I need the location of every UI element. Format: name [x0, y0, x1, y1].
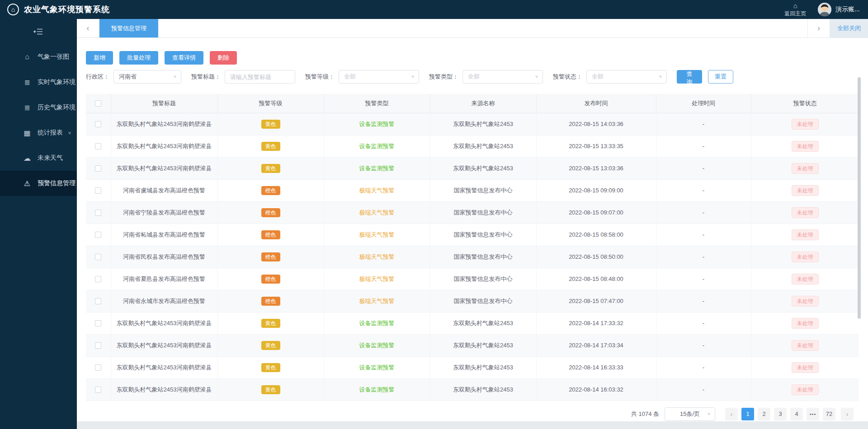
- row-checkbox[interactable]: [95, 121, 101, 127]
- page-number-button[interactable]: 1: [741, 408, 754, 420]
- sidebar-fold-button[interactable]: [0, 19, 77, 44]
- warning-type-cell: 极端天气预警: [324, 268, 430, 290]
- table-row: 东双鹅头村气象站2453河南鹤壁浚县 黄色 设备监测预警 东双鹅头村气象站245…: [86, 312, 859, 334]
- type-value: 全部: [468, 73, 480, 81]
- level-badge: 黄色: [261, 363, 280, 372]
- warning-level-cell: 橙色: [217, 268, 324, 290]
- page-number-button[interactable]: 3: [774, 408, 787, 420]
- warning-status-cell: 未处理: [751, 179, 859, 201]
- handle-time-cell: -: [656, 378, 751, 401]
- type-text: 设备监测预警: [359, 364, 395, 371]
- sidebar-item[interactable]: 实时气象环境: [0, 70, 77, 95]
- tab-scroll-left-button[interactable]: ‹: [77, 19, 99, 37]
- sidebar-item[interactable]: 未来天气: [0, 145, 77, 171]
- tab-label: 预警信息管理: [111, 24, 146, 33]
- delete-button[interactable]: 删除: [210, 51, 237, 65]
- publish-time-cell: 2022-08-14 17:33:32: [536, 312, 656, 334]
- level-badge: 黄色: [261, 319, 280, 328]
- row-checkbox-cell: [86, 224, 111, 246]
- table-row: 河南省夏邑县发布高温橙色预警 橙色 极端天气预警 国家预警信息发布中心 2022…: [86, 268, 859, 290]
- sidebar-item[interactable]: 预警信息管理: [0, 171, 77, 196]
- title-filter-input[interactable]: [225, 70, 295, 84]
- row-checkbox[interactable]: [95, 364, 101, 371]
- select-all-checkbox[interactable]: [95, 100, 101, 107]
- row-checkbox[interactable]: [95, 298, 101, 304]
- row-checkbox[interactable]: [95, 143, 101, 149]
- level-badge: 橙色: [261, 275, 280, 284]
- handle-time-cell: -: [656, 113, 751, 135]
- warning-status-cell: 未处理: [751, 246, 859, 268]
- prev-page-button[interactable]: ‹: [725, 408, 738, 420]
- tab-strip-spacer: [158, 19, 807, 37]
- reset-button[interactable]: 重置: [708, 70, 733, 84]
- page-number-button[interactable]: 2: [758, 408, 770, 420]
- report-icon: [23, 129, 32, 137]
- row-checkbox[interactable]: [95, 254, 101, 260]
- page-size-select[interactable]: 15条/页: [665, 407, 715, 421]
- title-filter-label: 预警标题：: [191, 73, 221, 81]
- row-checkbox[interactable]: [95, 342, 101, 349]
- row-checkbox[interactable]: [95, 232, 101, 238]
- source-name-cell: 国家预警信息发布中心: [430, 201, 536, 224]
- type-text: 极端天气预警: [359, 298, 395, 304]
- publish-time-cell: 2022-08-15 07:47:00: [536, 290, 656, 312]
- next-page-button[interactable]: ›: [841, 408, 854, 420]
- type-text: 设备监测预警: [359, 143, 395, 149]
- avatar[interactable]: [818, 3, 831, 16]
- menu-fold-icon: [33, 28, 43, 35]
- page-number-button[interactable]: 72: [823, 408, 835, 420]
- alarm-icon: [23, 179, 32, 188]
- publish-time-cell: 2022-08-14 16:03:32: [536, 378, 656, 401]
- region-select[interactable]: 河南省: [113, 70, 181, 84]
- back-home-button[interactable]: ⌂ 返回主页: [784, 2, 806, 17]
- warning-type-cell: 极端天气预警: [324, 290, 430, 312]
- page-number-button[interactable]: •••: [807, 408, 819, 420]
- publish-time-cell: 2022-08-14 16:33:33: [536, 356, 656, 378]
- sidebar-item[interactable]: 历史气象环境: [0, 95, 77, 120]
- status-select[interactable]: 全部: [586, 70, 667, 84]
- account-name[interactable]: 演示账...: [835, 5, 860, 14]
- row-checkbox[interactable]: [95, 320, 101, 326]
- type-select[interactable]: 全部: [462, 70, 543, 84]
- warning-type-cell: 设备监测预警: [324, 312, 430, 334]
- batch-process-button[interactable]: 批量处理: [119, 51, 158, 65]
- warning-type-cell: 设备监测预警: [324, 378, 430, 401]
- close-all-tabs-link[interactable]: 全部关闭: [830, 19, 868, 37]
- column-header: 发布时间: [536, 94, 656, 113]
- warning-level-cell: 橙色: [217, 224, 324, 246]
- table-scrollbar-thumb[interactable]: [858, 77, 861, 319]
- row-checkbox-cell: [86, 268, 111, 290]
- warning-status-cell: 未处理: [751, 157, 859, 179]
- type-text: 极端天气预警: [359, 209, 395, 216]
- source-name-cell: 国家预警信息发布中心: [430, 290, 536, 312]
- row-checkbox-cell: [86, 135, 111, 157]
- view-detail-button[interactable]: 查看详情: [165, 51, 203, 65]
- source-name-cell: 东双鹅头村气象站2453: [430, 378, 536, 401]
- sidebar-item[interactable]: 统计报表 ∨: [0, 120, 77, 145]
- row-checkbox[interactable]: [95, 210, 101, 216]
- toolbar: 新增 批量处理 查看详情 删除: [86, 51, 859, 65]
- warning-title-cell: 东双鹅头村气象站2453河南鹤壁浚县: [111, 312, 217, 334]
- warning-level-cell: 橙色: [217, 290, 324, 312]
- level-select[interactable]: 全部: [339, 70, 419, 84]
- handle-time-cell: -: [656, 334, 751, 356]
- row-checkbox[interactable]: [95, 165, 101, 172]
- sidebar-item-label: 实时气象环境: [38, 78, 75, 86]
- source-name-cell: 东双鹅头村气象站2453: [430, 157, 536, 179]
- row-checkbox[interactable]: [95, 276, 101, 282]
- add-button[interactable]: 新增: [86, 51, 113, 65]
- row-checkbox[interactable]: [95, 187, 101, 194]
- level-badge: 橙色: [261, 252, 280, 261]
- tab-scroll-right-button[interactable]: ›: [807, 19, 830, 37]
- page-number-button[interactable]: 4: [790, 408, 803, 420]
- search-button[interactable]: 查询: [677, 70, 702, 84]
- sidebar-item-label: 气象一张图: [38, 53, 69, 61]
- source-name-cell: 国家预警信息发布中心: [430, 179, 536, 201]
- warning-type-cell: 极端天气预警: [324, 224, 430, 246]
- warning-title-cell: 河南省永城市发布高温橙色预警: [111, 290, 217, 312]
- warning-status-cell: 未处理: [751, 312, 859, 334]
- row-checkbox[interactable]: [95, 387, 101, 393]
- column-header: 来源名称: [430, 94, 536, 113]
- sidebar-item[interactable]: 气象一张图: [0, 44, 77, 70]
- tab-warning-info[interactable]: 预警信息管理: [99, 19, 158, 37]
